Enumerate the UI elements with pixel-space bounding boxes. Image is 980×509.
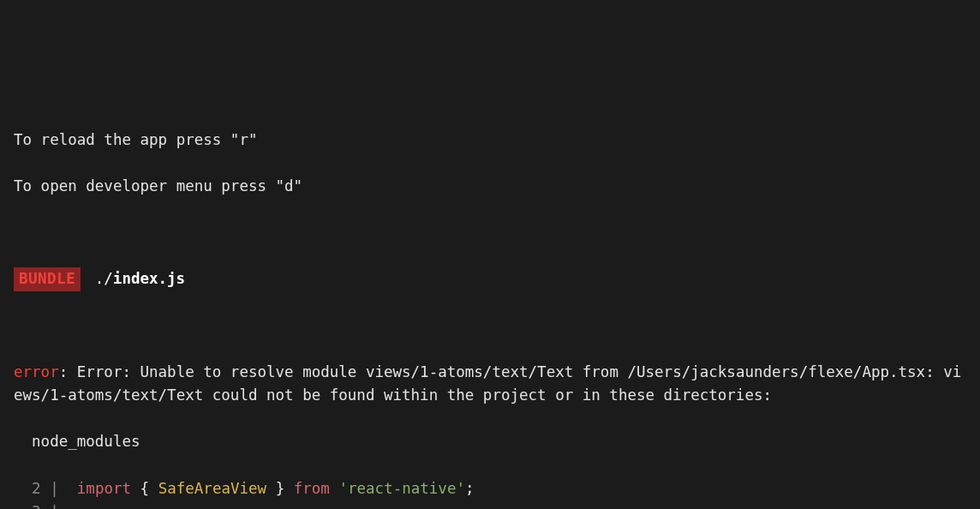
terminal-output: To reload the app press "r" To open deve… [14,105,966,510]
bundle-line: BUNDLE ./index.js [14,267,966,290]
error-message: error: Error: Unable to resolve module v… [14,361,966,407]
reload-hint: To reload the app press "r" [14,129,966,152]
code-context: 2 | import { SafeAreaView } from 'react-… [14,477,966,510]
error-dirs: node_modules [14,430,966,453]
code-line: 3 | [14,500,966,509]
code-line: 2 | import { SafeAreaView } from 'react-… [14,477,966,500]
error-label: error [14,363,59,380]
entry-prefix: ./ [95,270,113,287]
bundle-badge: BUNDLE [14,267,81,290]
devmenu-hint: To open developer menu press "d" [14,175,966,198]
error-text: : Error: Unable to resolve module views/… [14,363,961,404]
entry-file: index.js [113,270,185,287]
